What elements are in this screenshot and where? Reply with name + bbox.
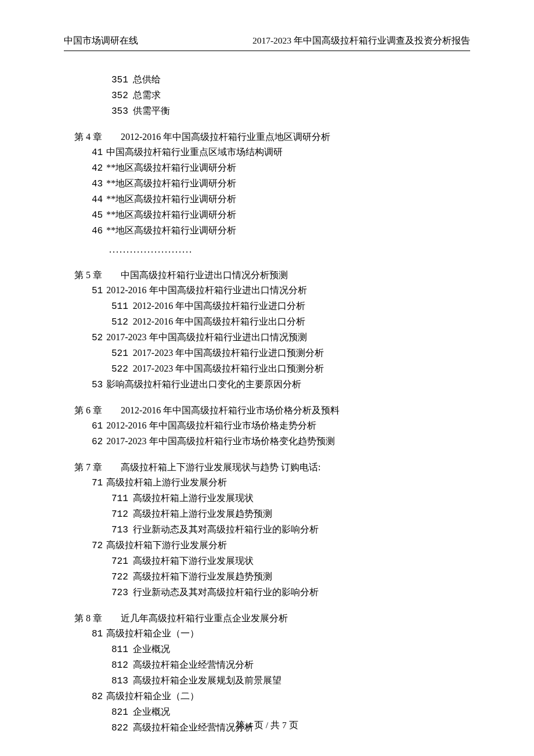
- toc-text: 企业概况: [133, 707, 170, 717]
- toc-number: 353: [111, 106, 128, 117]
- chapter-heading: 第 7 章 高级拉杆箱上下游行业发展现状与趋势 订购电话:: [64, 460, 470, 475]
- toc-line: 71高级拉杆箱上游行业发展分析: [64, 475, 470, 491]
- toc-text: 影响高级拉杆箱行业进出口变化的主要原因分析: [106, 379, 301, 389]
- toc-text: 2012-2016 年中国高级拉杆箱行业进口分析: [133, 301, 305, 311]
- toc-number: 711: [111, 494, 128, 504]
- toc-text: 2017-2023 年中国高级拉杆箱行业进口预测分析: [133, 348, 324, 358]
- toc-text: 高级拉杆箱下游行业发展分析: [106, 540, 227, 550]
- toc-line: 5122012-2016 年中国高级拉杆箱行业出口分析: [64, 314, 470, 330]
- chapter-title: 2012-2016 年中国高级拉杆箱行业市场价格分析及预料: [121, 405, 340, 415]
- toc-number: 44: [92, 195, 103, 205]
- toc-number: 43: [92, 179, 103, 189]
- toc-line: 5222017-2023 年中国高级拉杆箱行业出口预测分析: [64, 361, 470, 377]
- page-number: 第 4 页 / 共 7 页: [236, 720, 298, 730]
- toc-line: 5212017-2023 年中国高级拉杆箱行业进口预测分析: [64, 345, 470, 361]
- toc-text: **地区高级拉杆箱行业调研分析: [106, 210, 236, 219]
- toc-text: 供需平衡: [133, 106, 170, 116]
- toc-text: 高级拉杆箱下游行业发展现状: [133, 556, 254, 566]
- toc-number: 521: [111, 348, 128, 359]
- ellipsis-line: ........................: [64, 242, 470, 257]
- toc-number: 512: [111, 317, 128, 327]
- toc-line: 353供需平衡: [64, 103, 470, 119]
- toc-text: 高级拉杆箱企业（一）: [106, 628, 199, 638]
- toc-number: 82: [92, 692, 103, 702]
- toc-line: 81高级拉杆箱企业（一）: [64, 626, 470, 642]
- toc-text: **地区高级拉杆箱行业调研分析: [106, 178, 236, 188]
- chapter-title: 近几年高级拉杆箱行业重点企业发展分析: [121, 613, 288, 623]
- toc-line: 812高级拉杆箱企业经营情况分析: [64, 657, 470, 673]
- chapter-label: 第 5 章: [74, 270, 102, 280]
- toc-line: 813高级拉杆箱企业发展规划及前景展望: [64, 673, 470, 689]
- toc-line: 46**地区高级拉杆箱行业调研分析: [64, 223, 470, 239]
- toc-line: 352总需求: [64, 88, 470, 103]
- toc-line: 45**地区高级拉杆箱行业调研分析: [64, 207, 470, 223]
- toc-number: 51: [92, 286, 103, 296]
- toc-number: 813: [111, 676, 128, 686]
- chapter-heading: 第 4 章 2012-2016 年中国高级拉杆箱行业重点地区调研分析: [64, 129, 470, 145]
- toc-text: 高级拉杆箱上游行业发展现状: [133, 493, 254, 503]
- toc-number: 722: [111, 572, 128, 582]
- toc-line: 721高级拉杆箱下游行业发展现状: [64, 553, 470, 569]
- toc-number: 811: [111, 645, 128, 655]
- toc-number: 821: [111, 707, 128, 718]
- toc-number: 522: [111, 364, 128, 375]
- toc-number: 712: [111, 509, 128, 520]
- toc-text: 总需求: [133, 90, 161, 100]
- chapter-heading: 第 6 章 2012-2016 年中国高级拉杆箱行业市场价格分析及预料: [64, 403, 470, 418]
- toc-text: 2012-2016 年中国高级拉杆箱行业市场价格走势分析: [106, 420, 316, 430]
- chapter-label: 第 7 章: [74, 462, 102, 472]
- toc-text: 企业概况: [133, 644, 170, 654]
- toc-number: 61: [92, 421, 103, 431]
- toc-text: 高级拉杆箱企业经营情况分析: [133, 660, 254, 669]
- chapter-label: 第 8 章: [74, 613, 102, 623]
- toc-line: 41中国高级拉杆箱行业重点区域市场结构调研: [64, 145, 470, 160]
- toc-line: 44**地区高级拉杆箱行业调研分析: [64, 192, 470, 207]
- toc-text: 中国高级拉杆箱行业重点区域市场结构调研: [106, 147, 283, 157]
- header-right: 2017-2023 年中国高级拉杆箱行业调查及投资分析报告: [252, 35, 470, 47]
- toc-line: 512012-2016 年中国高级拉杆箱行业进出口情况分析: [64, 283, 470, 298]
- toc-number: 53: [92, 380, 103, 390]
- document-page: 中国市场调研在线 2017-2023 年中国高级拉杆箱行业调查及投资分析报告 3…: [0, 0, 534, 756]
- header-left: 中国市场调研在线: [64, 35, 138, 47]
- toc-line: 821企业概况: [64, 704, 470, 720]
- toc-line: 5112012-2016 年中国高级拉杆箱行业进口分析: [64, 298, 470, 314]
- chapter-heading: 第 8 章 近几年高级拉杆箱行业重点企业发展分析: [64, 611, 470, 626]
- toc-number: 351: [111, 75, 128, 85]
- toc-line: 351总供给: [64, 72, 470, 88]
- content-body: 351总供给 352总需求 353供需平衡 第 4 章 2012-2016 年中…: [64, 72, 470, 736]
- toc-number: 52: [92, 333, 103, 343]
- toc-line: 43**地区高级拉杆箱行业调研分析: [64, 176, 470, 192]
- toc-line: 82高级拉杆箱企业（二）: [64, 689, 470, 704]
- toc-line: 712高级拉杆箱上游行业发展趋势预测: [64, 506, 470, 522]
- toc-text: **地区高级拉杆箱行业调研分析: [106, 225, 236, 235]
- toc-number: 81: [92, 629, 103, 639]
- toc-line: 713行业新动态及其对高级拉杆箱行业的影响分析: [64, 522, 470, 538]
- chapter-label: 第 4 章: [74, 132, 102, 142]
- toc-text: 行业新动态及其对高级拉杆箱行业的影响分析: [133, 524, 319, 534]
- toc-text: 行业新动态及其对高级拉杆箱行业的影响分析: [133, 587, 319, 597]
- toc-line: 711高级拉杆箱上游行业发展现状: [64, 491, 470, 506]
- page-header: 中国市场调研在线 2017-2023 年中国高级拉杆箱行业调查及投资分析报告: [64, 35, 470, 51]
- toc-number: 71: [92, 478, 103, 488]
- chapter-label: 第 6 章: [74, 405, 102, 415]
- toc-line: 53影响高级拉杆箱行业进出口变化的主要原因分析: [64, 377, 470, 393]
- toc-number: 46: [92, 226, 103, 236]
- toc-line: 72高级拉杆箱下游行业发展分析: [64, 538, 470, 553]
- page-footer: 第 4 页 / 共 7 页: [0, 719, 534, 732]
- toc-text: 2017-2023 年中国高级拉杆箱行业出口预测分析: [133, 363, 324, 373]
- toc-number: 713: [111, 525, 128, 535]
- toc-number: 72: [92, 541, 103, 551]
- toc-text: **地区高级拉杆箱行业调研分析: [106, 163, 236, 172]
- toc-text: 总供给: [133, 74, 161, 84]
- toc-number: 42: [92, 163, 103, 174]
- toc-number: 352: [111, 91, 128, 101]
- chapter-title: 高级拉杆箱上下游行业发展现状与趋势 订购电话:: [121, 462, 320, 472]
- toc-text: 高级拉杆箱下游行业发展趋势预测: [133, 571, 272, 581]
- toc-number: 721: [111, 556, 128, 567]
- toc-text: **地区高级拉杆箱行业调研分析: [106, 194, 236, 204]
- toc-text: 2012-2016 年中国高级拉杆箱行业出口分析: [133, 316, 305, 326]
- toc-number: 45: [92, 210, 103, 221]
- toc-number: 723: [111, 588, 128, 598]
- toc-text: 2017-2023 年中国高级拉杆箱行业市场价格变化趋势预测: [106, 436, 334, 446]
- chapter-title: 2012-2016 年中国高级拉杆箱行业重点地区调研分析: [121, 132, 330, 142]
